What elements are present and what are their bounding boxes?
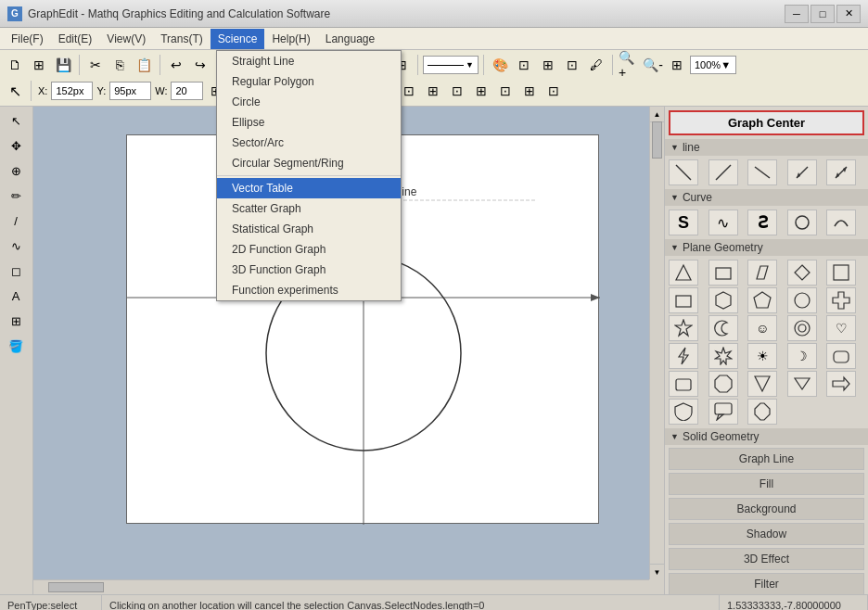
- dd-circle[interactable]: Circle: [217, 92, 401, 112]
- dd-straight-line[interactable]: Straight Line: [217, 51, 401, 71]
- dd-sector-arc[interactable]: Sector/Arc: [217, 133, 401, 153]
- dd-statistical-graph[interactable]: Statistical Graph: [217, 219, 401, 239]
- dd-regular-polygon[interactable]: Regular Polygon: [217, 71, 401, 92]
- dd-sep1: [217, 175, 401, 176]
- dd-function-experiments[interactable]: Function experiments: [217, 280, 401, 300]
- dropdown-overlay[interactable]: [0, 0, 868, 610]
- dd-3d-function[interactable]: 3D Function Graph: [217, 260, 401, 280]
- dd-scatter-graph[interactable]: Scatter Graph: [217, 198, 401, 219]
- dd-circular-segment[interactable]: Circular Segment/Ring: [217, 153, 401, 173]
- dd-2d-function[interactable]: 2D Function Graph: [217, 239, 401, 260]
- dd-vector-table[interactable]: Vector Table: [217, 178, 401, 198]
- dd-ellipse[interactable]: Ellipse: [217, 112, 401, 133]
- science-dropdown: Straight Line Regular Polygon Circle Ell…: [216, 50, 402, 301]
